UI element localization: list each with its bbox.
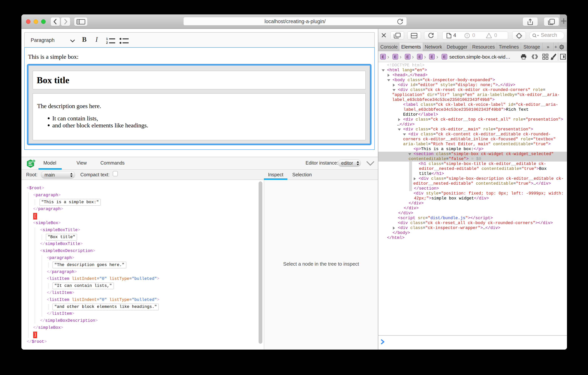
svg-text:5: 5 [33, 160, 34, 162]
svg-text:1: 1 [106, 37, 108, 41]
svg-text:2: 2 [106, 41, 108, 44]
